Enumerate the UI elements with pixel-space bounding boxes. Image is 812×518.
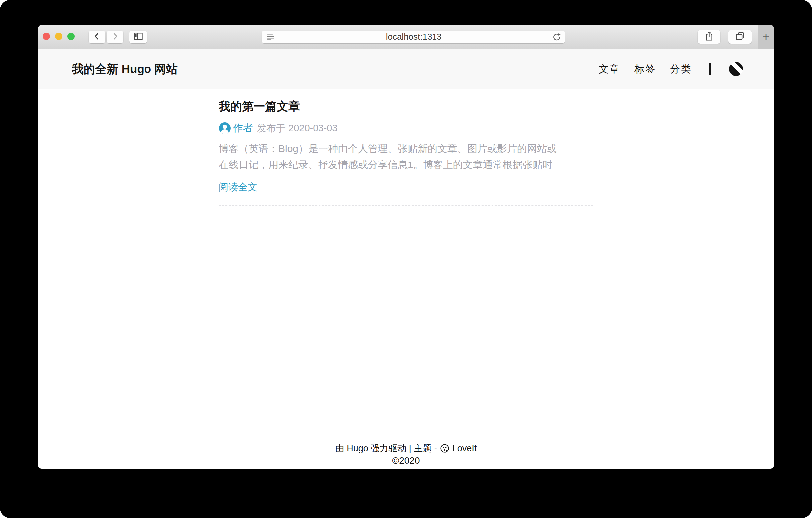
main-content: 我的第一篇文章 作者 发布于	[219, 89, 593, 206]
post-divider	[219, 205, 593, 206]
summary-line: 博客（英语：Blog）是一种由个人管理、张贴新的文章、图片或影片的网站或	[219, 140, 593, 157]
screenshot-stage: localhost:1313	[0, 0, 812, 518]
plus-icon: +	[762, 30, 769, 44]
new-tab-button[interactable]: +	[758, 25, 774, 49]
person-circle-icon	[219, 122, 231, 134]
theme-toggle-icon[interactable]	[729, 62, 743, 76]
sidebar-icon	[133, 31, 144, 44]
read-more-link[interactable]: 阅读全文	[219, 181, 593, 194]
kiss-wink-heart-icon	[440, 443, 450, 453]
footer-copyright: ©2020	[38, 455, 774, 467]
share-icon	[703, 30, 715, 44]
tabs-overview-icon	[734, 30, 746, 44]
address-bar[interactable]: localhost:1313	[262, 30, 565, 44]
site-footer: 由 Hugo 强力驱动 | 主题 - LoveIt ©2020	[38, 442, 774, 467]
url-text[interactable]: localhost:1313	[276, 32, 552, 42]
post-meta: 作者 发布于 2020-03-03	[219, 121, 593, 135]
nav-divider	[709, 63, 710, 75]
author-name: 作者	[233, 121, 253, 135]
safari-window: localhost:1313	[38, 25, 774, 469]
nav-item-posts[interactable]: 文章	[599, 62, 620, 76]
back-button[interactable]	[89, 30, 106, 44]
site-header: 我的全新 Hugo 网站 文章 标签 分类	[38, 49, 774, 89]
nav-item-categories[interactable]: 分类	[670, 62, 692, 76]
share-button[interactable]	[698, 30, 720, 44]
show-tabs-button[interactable]	[728, 30, 752, 44]
published-date: 发布于 2020-03-03	[257, 122, 338, 135]
reader-view-icon[interactable]	[266, 32, 276, 42]
chevron-right-icon	[110, 31, 120, 43]
site-title-link[interactable]: 我的全新 Hugo 网站	[72, 61, 178, 77]
minimize-window-button[interactable]	[55, 33, 62, 40]
forward-button[interactable]	[107, 30, 123, 44]
footer-powered-text: 由 Hugo 强力驱动 | 主题 -	[336, 442, 437, 455]
post-summary: 博客（英语：Blog）是一种由个人管理、张贴新的文章、图片或影片的网站或 在线日…	[219, 140, 593, 173]
site-nav: 文章 标签 分类	[599, 62, 743, 76]
author-link[interactable]: 作者	[219, 121, 253, 135]
post-title-link[interactable]: 我的第一篇文章	[219, 99, 593, 114]
footer-theme-link[interactable]: LoveIt	[453, 442, 477, 455]
close-window-button[interactable]	[43, 33, 50, 40]
zoom-window-button[interactable]	[67, 33, 75, 40]
chevron-left-icon	[92, 31, 102, 43]
reload-icon[interactable]	[552, 32, 562, 42]
nav-item-tags[interactable]: 标签	[634, 62, 656, 76]
browser-toolbar: localhost:1313	[38, 25, 774, 49]
sidebar-toggle-button[interactable]	[129, 30, 147, 44]
footer-powered-line: 由 Hugo 强力驱动 | 主题 - LoveIt	[38, 442, 774, 455]
summary-line: 在线日记，用来纪录、抒发情感或分享信息1。博客上的文章通常根据张贴时	[219, 157, 593, 173]
